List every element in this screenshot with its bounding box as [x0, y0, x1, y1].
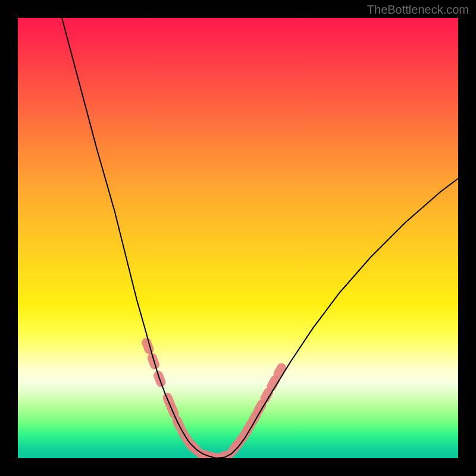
watermark-text: TheBottleneck.com [367, 3, 469, 17]
data-markers [140, 336, 288, 458]
plot-area [18, 18, 458, 458]
chart-frame: TheBottleneck.com [0, 0, 476, 476]
left-curve [62, 18, 216, 458]
chart-svg [18, 18, 458, 458]
data-marker [146, 352, 161, 371]
